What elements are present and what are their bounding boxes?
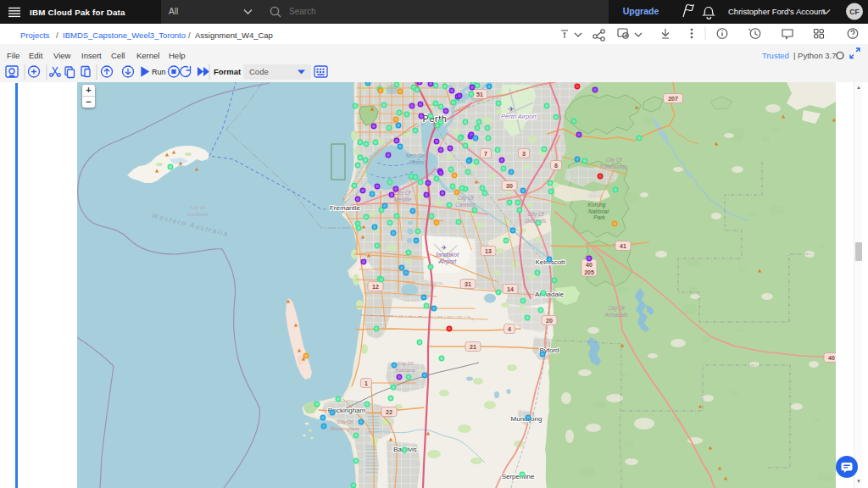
svg-text:Kalamunda: Kalamunda [600,164,627,169]
svg-text:Water: Water [409,159,426,165]
svg-text:National: National [588,208,609,214]
svg-text:7: 7 [484,151,487,157]
svg-text:51: 51 [476,92,483,97]
svg-text:Park: Park [593,214,605,220]
svg-text:IBMDS_Capstone_Weel3_Toronto: IBMDS_Capstone_Weel3_Toronto [63,30,186,40]
svg-text:205: 205 [584,269,594,275]
svg-text:File: File [7,51,19,60]
svg-text:Search: Search [289,7,316,16]
svg-text:Rockingham: Rockingham [331,426,359,431]
svg-text:Airport: Airport [438,258,458,265]
svg-text:Christopher Ford's Account: Christopher Ford's Account [728,7,826,16]
svg-text:8: 8 [554,163,558,169]
svg-text:Format: Format [214,67,242,76]
svg-text:31: 31 [465,281,471,287]
svg-text:40: 40 [586,262,593,268]
svg-text:CF: CF [849,8,859,16]
svg-text:20: 20 [546,318,553,324]
svg-text:14: 14 [507,286,514,292]
svg-text:| Python 3.7: | Python 3.7 [793,51,837,60]
svg-text:All: All [169,7,178,16]
svg-text:Perth Airport: Perth Airport [501,113,537,120]
svg-text:Upgrade: Upgrade [623,6,659,16]
svg-text:Code: Code [249,67,269,76]
svg-text:207: 207 [668,96,678,102]
svg-text:Projects: Projects [20,30,50,40]
svg-text:/: / [56,30,58,40]
svg-text:Cockburn: Cockburn [186,212,209,217]
svg-text:12: 12 [372,284,379,290]
svg-text:IBM Cloud Pak for Data: IBM Cloud Pak for Data [30,8,125,17]
svg-text:1: 1 [364,380,368,386]
svg-text:3: 3 [522,151,526,157]
svg-text:22: 22 [386,409,392,415]
svg-text:City Of: City Of [190,205,207,210]
svg-text:40: 40 [828,355,835,361]
svg-text:✈: ✈ [442,244,448,252]
svg-text:Kernel: Kernel [136,51,159,60]
svg-text:41: 41 [620,243,626,249]
svg-text:City Of: City Of [337,419,354,424]
svg-text:Run: Run [152,68,166,76]
svg-text:13: 13 [485,248,492,254]
svg-text:Armadale: Armadale [604,312,628,318]
svg-text:Melville: Melville [394,197,412,202]
svg-text:Armadale: Armadale [535,291,565,298]
svg-text:Jandakot: Jandakot [434,252,459,258]
svg-text:Melville: Melville [406,152,426,158]
svg-text:Canning: Canning [455,202,476,208]
svg-text:✈: ✈ [508,105,515,114]
svg-text:City Of: City Of [398,361,415,366]
svg-text:Fremantle: Fremantle [330,204,361,212]
svg-text:View: View [53,51,71,60]
svg-text:Kwinana: Kwinana [395,368,415,373]
svg-text:Assignment_W4_Cap: Assignment_W4_Cap [195,30,273,40]
svg-text:4: 4 [508,326,511,332]
svg-text:Edit: Edit [29,51,43,60]
svg-text:Serpentine: Serpentine [502,473,535,480]
svg-text:21: 21 [470,344,476,350]
svg-text:Cell: Cell [111,51,125,60]
svg-text:Trusted: Trusted [762,51,789,60]
svg-text:Help: Help [169,51,186,60]
svg-text:Insert: Insert [81,51,102,60]
svg-text:30: 30 [506,183,513,189]
svg-text:/: / [188,30,191,40]
